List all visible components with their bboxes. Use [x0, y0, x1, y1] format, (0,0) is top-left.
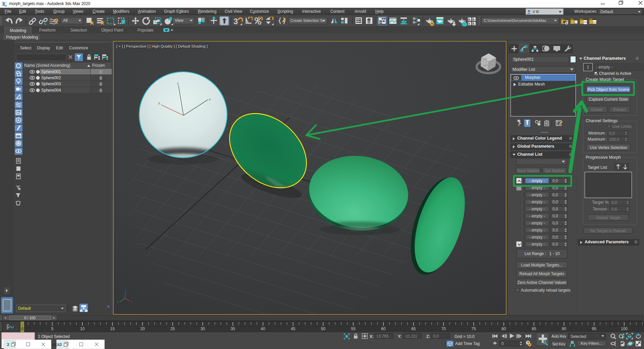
svg-text:95: 95: [592, 327, 597, 331]
svg-text:10: 10: [80, 327, 85, 331]
svg-text:3: 3: [233, 17, 238, 26]
svg-text:45: 45: [291, 327, 296, 331]
svg-text:TOP: TOP: [483, 58, 488, 60]
svg-text:x: x: [209, 98, 211, 101]
svg-text:100: 100: [621, 327, 628, 331]
svg-text:40: 40: [261, 327, 265, 331]
svg-text:25: 25: [170, 327, 175, 331]
svg-text:75: 75: [472, 327, 476, 331]
svg-text:3: 3: [2, 1, 5, 6]
svg-text:z: z: [177, 82, 179, 85]
svg-text:3: 3: [7, 342, 9, 347]
svg-text:0: 0: [21, 327, 23, 331]
svg-text:LEFT: LEFT: [483, 64, 488, 66]
svg-text:z: z: [125, 290, 127, 293]
svg-text:50: 50: [321, 327, 326, 331]
svg-text:30: 30: [201, 327, 205, 331]
svg-text:60: 60: [381, 327, 386, 331]
svg-text:15: 15: [110, 327, 115, 331]
svg-text:y: y: [117, 300, 119, 303]
svg-text:y: y: [158, 101, 160, 105]
svg-text:65: 65: [411, 327, 416, 331]
svg-text:90: 90: [562, 327, 567, 331]
svg-text:85: 85: [532, 327, 536, 331]
svg-text:5: 5: [51, 327, 53, 331]
svg-text:x: x: [131, 300, 132, 303]
svg-text:80: 80: [501, 327, 506, 331]
svg-text:70: 70: [441, 327, 446, 331]
svg-text:35: 35: [231, 327, 235, 331]
svg-text:20: 20: [140, 327, 145, 331]
svg-text:55: 55: [351, 327, 356, 331]
